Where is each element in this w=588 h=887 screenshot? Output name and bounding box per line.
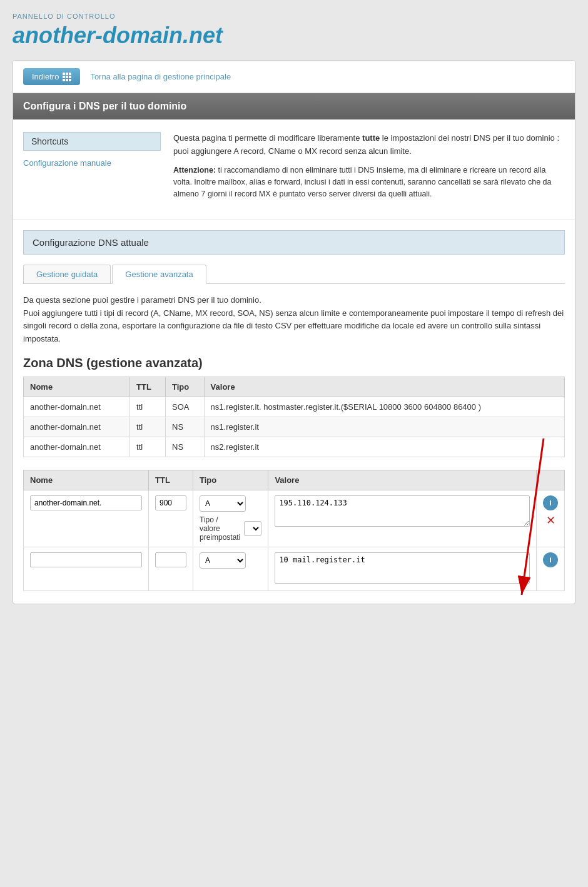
nome-input-2[interactable]: [30, 552, 142, 567]
tipo-select[interactable]: A CNAME MX NS TXT: [200, 495, 246, 512]
input-tipo-cell-2: A CNAME MX NS TXT: [193, 547, 268, 590]
back-label: Indietro: [32, 72, 59, 81]
valore-textarea-2[interactable]: 10 mail.register.it: [275, 552, 530, 584]
shortcuts-desc-area: Shortcuts Configurazione manuale Questa …: [13, 119, 575, 220]
cell-tipo: NS: [166, 417, 205, 437]
input-nome-cell: [24, 490, 149, 547]
manual-config-link[interactable]: Configurazione manuale: [23, 158, 111, 168]
shortcuts-box: Shortcuts: [23, 132, 161, 151]
input-ttl-cell-2: [149, 547, 193, 590]
input-tipo-cell: A CNAME MX NS TXT Tipo / valore preimpos…: [193, 490, 268, 547]
input-col-actions: [537, 470, 565, 490]
cell-ttl: ttl: [130, 437, 166, 457]
input-col-tipo: Tipo: [193, 470, 268, 490]
input-nome-cell-2: [24, 547, 149, 590]
col-ttl: TTL: [130, 377, 166, 397]
input-col-nome: Nome: [24, 470, 149, 490]
col-valore: Valore: [204, 377, 564, 397]
cell-valore: ns2.register.it: [204, 437, 564, 457]
valore-textarea[interactable]: 195.110.124.133: [275, 495, 530, 527]
dns-table: Nome TTL Tipo Valore another-domain.net …: [23, 377, 565, 457]
arrow-container: Nome TTL Tipo Valore: [13, 470, 575, 591]
input-valore-cell: 195.110.124.133: [268, 490, 537, 547]
cell-nome: another-domain.net: [24, 417, 130, 437]
info-button-2[interactable]: i: [543, 552, 558, 567]
section-header: Configura i DNS per il tuo dominio: [13, 93, 575, 119]
ttl-input[interactable]: [155, 495, 186, 510]
tipo-preimpostati-row: Tipo / valore preimpostati: [200, 515, 261, 542]
domain-title: another-domain.net: [13, 23, 575, 49]
ttl-input-2[interactable]: [155, 552, 186, 567]
warning-text: Attenzione: ti raccomandiamo di non elim…: [173, 165, 565, 201]
tabs-row: Gestione guidata Gestione avanzata: [23, 265, 565, 284]
input-row-2: A CNAME MX NS TXT 10 mail.register.it: [24, 547, 565, 590]
sidebar: Shortcuts Configurazione manuale: [23, 132, 161, 207]
cell-nome: another-domain.net: [24, 397, 130, 417]
input-row-1: A CNAME MX NS TXT Tipo / valore preimpos…: [24, 490, 565, 547]
cell-valore: ns1.register.it. hostmaster.register.it.…: [204, 397, 564, 417]
cell-valore: ns1.register.it: [204, 417, 564, 437]
nome-input[interactable]: [30, 495, 142, 510]
input-ttl-cell: [149, 490, 193, 547]
back-button[interactable]: Indietro: [23, 68, 80, 85]
cell-tipo: SOA: [166, 397, 205, 417]
tipo-preimpostati-label: Tipo / valore preimpostati: [200, 515, 240, 542]
col-tipo: Tipo: [166, 377, 205, 397]
cell-nome: another-domain.net: [24, 437, 130, 457]
col-nome: Nome: [24, 377, 130, 397]
dns-config-header: Configurazione DNS attuale: [23, 230, 565, 255]
action-col: i ✕: [543, 495, 558, 528]
tab-description: Da questa sezione puoi gestire i paramet…: [23, 294, 565, 346]
tab-gestione-guidata[interactable]: Gestione guidata: [23, 265, 111, 283]
back-bar: Indietro Torna alla pagina di gestione p…: [13, 61, 575, 93]
input-col-ttl: TTL: [149, 470, 193, 490]
cell-tipo: NS: [166, 437, 205, 457]
table-row: another-domain.net ttl NS ns1.register.i…: [24, 417, 565, 437]
input-valore-cell-2: 10 mail.register.it: [268, 547, 537, 590]
delete-button[interactable]: ✕: [543, 513, 558, 528]
back-link[interactable]: Torna alla pagina di gestione principale: [90, 72, 231, 81]
main-description: Questa pagina ti permette di modificare …: [173, 132, 565, 158]
cell-ttl: ttl: [130, 397, 166, 417]
zone-title: Zona DNS (gestione avanzata): [23, 356, 565, 370]
cell-ttl: ttl: [130, 417, 166, 437]
input-col-valore: Valore: [268, 470, 537, 490]
action-cell-2: i: [537, 547, 565, 590]
tipo-preimpostati-select[interactable]: [244, 521, 261, 536]
action-cell: i ✕: [537, 490, 565, 547]
dns-input-table: Nome TTL Tipo Valore: [23, 470, 565, 591]
tipo-select-2[interactable]: A CNAME MX NS TXT: [200, 552, 246, 569]
table-row: another-domain.net ttl NS ns2.register.i…: [24, 437, 565, 457]
table-row: another-domain.net ttl SOA ns1.register.…: [24, 397, 565, 417]
description-area: Questa pagina ti permette di modificare …: [173, 132, 565, 207]
action-col-2: i: [543, 552, 558, 567]
panel-label: PANNELLO DI CONTROLLO: [13, 13, 575, 20]
info-button[interactable]: i: [543, 495, 558, 510]
grid-icon: [63, 73, 71, 81]
tab-gestione-avanzata[interactable]: Gestione avanzata: [112, 265, 206, 284]
